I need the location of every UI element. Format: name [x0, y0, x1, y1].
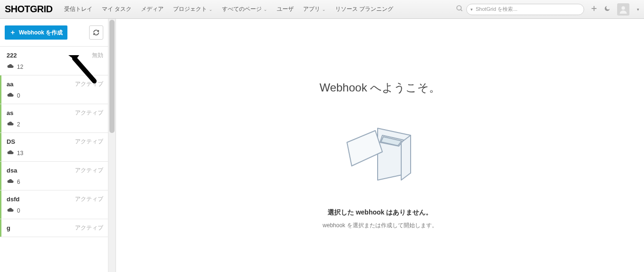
chevron-down-icon: ⌄ — [209, 7, 213, 12]
nav-item-4[interactable]: すべてのページ⌄ — [217, 0, 272, 19]
webhook-item-head: 222無効 — [7, 51, 103, 59]
nav-item-label: 受信トレイ — [64, 5, 92, 13]
nav-item-label: メディア — [141, 5, 164, 13]
empty-box-icon — [333, 109, 427, 194]
webhook-item[interactable]: dsfdアクティブ0 — [0, 190, 108, 219]
webhook-item[interactable]: asアクティブ2 — [0, 104, 108, 133]
webhook-status: アクティブ — [75, 138, 103, 146]
user-avatar[interactable] — [617, 3, 629, 16]
webhook-name: aa — [7, 81, 13, 88]
plus-icon[interactable] — [591, 5, 597, 14]
webhook-item[interactable]: aaアクティブ0 — [0, 75, 108, 104]
svg-marker-11 — [347, 131, 382, 166]
nav-item-label: プロジェクト — [173, 5, 207, 13]
webhook-count: 12 — [17, 64, 23, 70]
svg-marker-8 — [401, 135, 411, 180]
nav-item-label: ユーザ — [277, 5, 294, 13]
sidebar: ＋ Webhook を作成 222無効12aaアクティブ0asアクティブ2DSア… — [0, 19, 108, 272]
top-nav: SHOTGRID 受信トレイマイ タスクメディアプロジェクト⌄すべてのページ⌄ユ… — [0, 0, 644, 19]
nav-item-6[interactable]: アプリ⌄ — [298, 0, 330, 19]
empty-sub: webhook を選択または作成して開始します。 — [322, 222, 437, 230]
nav-item-1[interactable]: マイ タスク — [97, 0, 136, 19]
webhook-status: 無効 — [92, 51, 103, 59]
search-icon[interactable] — [456, 5, 463, 14]
search-input[interactable]: ▾ ShotGrid を検索... — [466, 4, 584, 15]
chevron-down-icon: ⌄ — [264, 7, 267, 12]
empty-heading: 選択した webhook はありません。 — [328, 208, 432, 217]
nav-item-label: すべてのページ — [222, 5, 262, 13]
webhook-count: 0 — [17, 92, 20, 99]
webhook-item-head: asアクティブ — [7, 109, 103, 117]
webhook-item-head: dsaアクティブ — [7, 166, 103, 174]
top-icons: ▾ — [591, 3, 639, 16]
nav-item-2[interactable]: メディア — [136, 0, 168, 19]
webhook-meta: 0 — [7, 207, 103, 214]
content-area: Webhook へようこそ。 選択した webhook はありません。 webh… — [116, 19, 644, 272]
webhook-count: 2 — [17, 121, 20, 128]
webhook-name: 222 — [7, 52, 17, 59]
scrollbar[interactable] — [108, 19, 116, 272]
webhook-item-head: dsfdアクティブ — [7, 195, 103, 203]
nav-item-label: リソース プランニング — [335, 5, 393, 13]
svg-point-4 — [621, 6, 625, 10]
plus-icon: ＋ — [9, 28, 16, 37]
search-wrap: ▾ ShotGrid を検索... — [456, 4, 584, 15]
webhook-item[interactable]: DSアクティブ13 — [0, 133, 108, 162]
webhook-status: アクティブ — [75, 109, 103, 117]
webhook-list: 222無効12aaアクティブ0asアクティブ2DSアクティブ13dsaアクティブ… — [0, 47, 108, 237]
webhook-status: アクティブ — [75, 195, 103, 203]
main-layout: ＋ Webhook を作成 222無効12aaアクティブ0asアクティブ2DSア… — [0, 19, 644, 272]
cloud-icon — [7, 92, 14, 99]
svg-point-0 — [457, 6, 461, 10]
webhook-meta: 2 — [7, 121, 103, 128]
nav-item-3[interactable]: プロジェクト⌄ — [168, 0, 217, 19]
webhook-name: dsfd — [7, 196, 19, 203]
cloud-icon — [7, 207, 14, 214]
webhook-item-head: gアクティブ — [7, 224, 103, 232]
create-webhook-label: Webhook を作成 — [19, 29, 63, 37]
webhook-meta: 0 — [7, 92, 103, 99]
chevron-down-icon: ▾ — [471, 7, 473, 12]
webhook-status: アクティブ — [75, 224, 103, 232]
webhook-item-head: DSアクティブ — [7, 138, 103, 146]
cloud-icon — [7, 121, 14, 128]
cloud-icon — [7, 63, 14, 70]
nav-item-5[interactable]: ユーザ — [272, 0, 298, 19]
webhook-meta: 12 — [7, 63, 103, 70]
moon-icon[interactable] — [604, 5, 611, 14]
refresh-button[interactable] — [89, 25, 103, 40]
nav-items: 受信トレイマイ タスクメディアプロジェクト⌄すべてのページ⌄ユーザアプリ⌄リソー… — [59, 0, 398, 19]
webhook-name: as — [7, 109, 13, 116]
webhook-name: g — [7, 224, 10, 231]
webhook-item-head: aaアクティブ — [7, 80, 103, 88]
webhook-meta: 13 — [7, 149, 103, 157]
search-placeholder: ShotGrid を検索... — [476, 6, 518, 13]
sidebar-header: ＋ Webhook を作成 — [0, 19, 108, 47]
webhook-item[interactable]: gアクティブ — [0, 219, 108, 237]
cloud-icon — [7, 149, 14, 157]
cloud-icon — [7, 178, 14, 185]
nav-item-7[interactable]: リソース プランニング — [330, 0, 398, 19]
chevron-down-icon[interactable]: ▾ — [637, 7, 639, 12]
nav-item-label: マイ タスク — [102, 5, 132, 13]
webhook-item[interactable]: 222無効12 — [0, 47, 108, 75]
nav-item-label: アプリ — [303, 5, 320, 13]
svg-line-1 — [461, 9, 462, 11]
webhook-name: dsa — [7, 167, 17, 174]
webhook-count: 6 — [17, 179, 20, 185]
webhook-item[interactable]: dsaアクティブ6 — [0, 162, 108, 190]
webhook-status: アクティブ — [75, 166, 103, 174]
webhook-name: DS — [7, 138, 15, 145]
create-webhook-button[interactable]: ＋ Webhook を作成 — [5, 25, 67, 40]
chevron-down-icon: ⌄ — [322, 7, 326, 12]
scroll-thumb[interactable] — [109, 20, 115, 133]
webhook-meta: 6 — [7, 178, 103, 185]
webhook-status: アクティブ — [75, 80, 103, 88]
webhook-count: 13 — [17, 150, 23, 157]
sidebar-wrap: ＋ Webhook を作成 222無効12aaアクティブ0asアクティブ2DSア… — [0, 19, 116, 272]
logo: SHOTGRID — [5, 4, 53, 15]
nav-item-0[interactable]: 受信トレイ — [59, 0, 97, 19]
webhook-count: 0 — [17, 207, 20, 214]
welcome-title: Webhook へようこそ。 — [320, 80, 441, 95]
